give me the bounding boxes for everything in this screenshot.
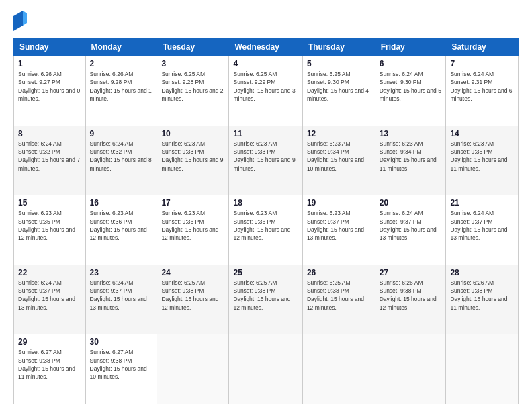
calendar-cell: 26Sunrise: 6:25 AMSunset: 9:38 PMDayligh… [302,265,375,334]
calendar-cell [375,334,446,404]
day-number: 28 [450,268,514,277]
calendar-cell: 8Sunrise: 6:24 AMSunset: 9:32 PMDaylight… [14,126,86,195]
calendar-cell: 4Sunrise: 6:25 AMSunset: 9:29 PMDaylight… [229,56,302,126]
day-number: 14 [450,129,514,138]
calendar-week-row: 22Sunrise: 6:24 AMSunset: 9:37 PMDayligh… [14,265,519,334]
day-detail: Sunrise: 6:24 AMSunset: 9:32 PMDaylight:… [18,140,81,173]
day-detail: Sunrise: 6:27 AMSunset: 9:38 PMDaylight:… [90,348,153,381]
logo [13,11,30,31]
day-number: 5 [307,59,371,68]
day-detail: Sunrise: 6:24 AMSunset: 9:31 PMDaylight:… [450,70,514,103]
day-detail: Sunrise: 6:24 AMSunset: 9:37 PMDaylight:… [18,279,81,312]
calendar-cell: 12Sunrise: 6:23 AMSunset: 9:34 PMDayligh… [302,126,375,195]
calendar-cell: 27Sunrise: 6:26 AMSunset: 9:38 PMDayligh… [375,265,446,334]
page: SundayMondayTuesdayWednesdayThursdayFrid… [0,0,532,411]
day-number: 16 [90,198,153,208]
calendar-cell: 18Sunrise: 6:23 AMSunset: 9:36 PMDayligh… [229,195,302,265]
day-number: 3 [161,59,224,68]
calendar-cell [229,334,302,404]
calendar-cell [302,334,375,404]
calendar-cell: 7Sunrise: 6:24 AMSunset: 9:31 PMDaylight… [446,56,519,126]
calendar-cell: 13Sunrise: 6:23 AMSunset: 9:34 PMDayligh… [375,126,446,195]
day-detail: Sunrise: 6:26 AMSunset: 9:28 PMDaylight:… [90,70,153,103]
day-number: 24 [161,268,224,277]
day-detail: Sunrise: 6:25 AMSunset: 9:30 PMDaylight:… [307,70,371,103]
day-detail: Sunrise: 6:23 AMSunset: 9:33 PMDaylight:… [233,140,298,173]
day-detail: Sunrise: 6:24 AMSunset: 9:37 PMDaylight:… [380,209,442,242]
day-detail: Sunrise: 6:25 AMSunset: 9:28 PMDaylight:… [161,70,224,103]
day-detail: Sunrise: 6:26 AMSunset: 9:38 PMDaylight:… [450,279,514,312]
calendar-cell: 11Sunrise: 6:23 AMSunset: 9:33 PMDayligh… [229,126,302,195]
svg-marker-1 [23,11,27,26]
calendar-cell: 10Sunrise: 6:23 AMSunset: 9:33 PMDayligh… [157,126,229,195]
day-number: 17 [161,198,224,208]
calendar-cell: 28Sunrise: 6:26 AMSunset: 9:38 PMDayligh… [446,265,519,334]
calendar-cell: 9Sunrise: 6:24 AMSunset: 9:32 PMDaylight… [85,126,157,195]
day-number: 19 [307,198,371,208]
day-detail: Sunrise: 6:25 AMSunset: 9:29 PMDaylight:… [233,70,298,103]
calendar-cell: 30Sunrise: 6:27 AMSunset: 9:38 PMDayligh… [85,334,157,404]
day-header-saturday: Saturday [446,38,519,56]
day-number: 21 [450,198,514,208]
day-number: 10 [161,129,224,138]
day-number: 6 [380,59,442,68]
calendar-cell: 24Sunrise: 6:25 AMSunset: 9:38 PMDayligh… [157,265,229,334]
day-number: 23 [90,268,153,277]
day-detail: Sunrise: 6:24 AMSunset: 9:32 PMDaylight:… [90,140,153,173]
day-number: 11 [233,129,298,138]
day-number: 15 [18,198,81,208]
day-detail: Sunrise: 6:23 AMSunset: 9:36 PMDaylight:… [161,209,224,242]
day-detail: Sunrise: 6:25 AMSunset: 9:38 PMDaylight:… [161,279,224,312]
day-header-friday: Friday [375,38,446,56]
calendar-cell: 2Sunrise: 6:26 AMSunset: 9:28 PMDaylight… [85,56,157,126]
calendar-cell: 5Sunrise: 6:25 AMSunset: 9:30 PMDaylight… [302,56,375,126]
day-detail: Sunrise: 6:26 AMSunset: 9:27 PMDaylight:… [18,70,81,103]
day-number: 7 [450,59,514,68]
day-detail: Sunrise: 6:24 AMSunset: 9:30 PMDaylight:… [380,70,442,103]
calendar-cell: 23Sunrise: 6:24 AMSunset: 9:37 PMDayligh… [85,265,157,334]
day-detail: Sunrise: 6:23 AMSunset: 9:37 PMDaylight:… [307,209,371,242]
logo-icon [13,11,27,31]
day-detail: Sunrise: 6:23 AMSunset: 9:34 PMDaylight:… [380,140,442,173]
day-number: 22 [18,268,81,277]
day-detail: Sunrise: 6:23 AMSunset: 9:36 PMDaylight:… [90,209,153,242]
day-header-sunday: Sunday [14,38,86,56]
day-detail: Sunrise: 6:23 AMSunset: 9:33 PMDaylight:… [161,140,224,173]
day-number: 1 [18,59,81,68]
day-number: 20 [380,198,442,208]
calendar-week-row: 1Sunrise: 6:26 AMSunset: 9:27 PMDaylight… [14,56,519,126]
day-detail: Sunrise: 6:24 AMSunset: 9:37 PMDaylight:… [450,209,514,242]
calendar-cell: 17Sunrise: 6:23 AMSunset: 9:36 PMDayligh… [157,195,229,265]
calendar-table: SundayMondayTuesdayWednesdayThursdayFrid… [13,38,519,404]
calendar-week-row: 15Sunrise: 6:23 AMSunset: 9:35 PMDayligh… [14,195,519,265]
calendar-cell: 20Sunrise: 6:24 AMSunset: 9:37 PMDayligh… [375,195,446,265]
day-detail: Sunrise: 6:25 AMSunset: 9:38 PMDaylight:… [233,279,298,312]
day-number: 4 [233,59,298,68]
day-detail: Sunrise: 6:25 AMSunset: 9:38 PMDaylight:… [307,279,371,312]
day-number: 8 [18,129,81,138]
calendar-cell: 15Sunrise: 6:23 AMSunset: 9:35 PMDayligh… [14,195,86,265]
day-detail: Sunrise: 6:23 AMSunset: 9:35 PMDaylight:… [450,140,514,173]
day-number: 27 [380,268,442,277]
calendar-cell [446,334,519,404]
calendar-cell: 22Sunrise: 6:24 AMSunset: 9:37 PMDayligh… [14,265,86,334]
day-detail: Sunrise: 6:27 AMSunset: 9:38 PMDaylight:… [18,348,81,381]
day-number: 25 [233,268,298,277]
svg-marker-0 [13,11,23,31]
calendar-cell: 14Sunrise: 6:23 AMSunset: 9:35 PMDayligh… [446,126,519,195]
day-number: 13 [380,129,442,138]
day-header-monday: Monday [85,38,157,56]
calendar-cell: 1Sunrise: 6:26 AMSunset: 9:27 PMDaylight… [14,56,86,126]
calendar-cell: 3Sunrise: 6:25 AMSunset: 9:28 PMDaylight… [157,56,229,126]
day-number: 18 [233,198,298,208]
day-number: 2 [90,59,153,68]
day-detail: Sunrise: 6:23 AMSunset: 9:34 PMDaylight:… [307,140,371,173]
calendar-cell [157,334,229,404]
day-detail: Sunrise: 6:23 AMSunset: 9:35 PMDaylight:… [18,209,81,242]
day-number: 29 [18,337,81,347]
header [13,11,519,31]
day-number: 9 [90,129,153,138]
calendar-week-row: 29Sunrise: 6:27 AMSunset: 9:38 PMDayligh… [14,334,519,404]
day-detail: Sunrise: 6:26 AMSunset: 9:38 PMDaylight:… [380,279,442,312]
calendar-cell: 21Sunrise: 6:24 AMSunset: 9:37 PMDayligh… [446,195,519,265]
